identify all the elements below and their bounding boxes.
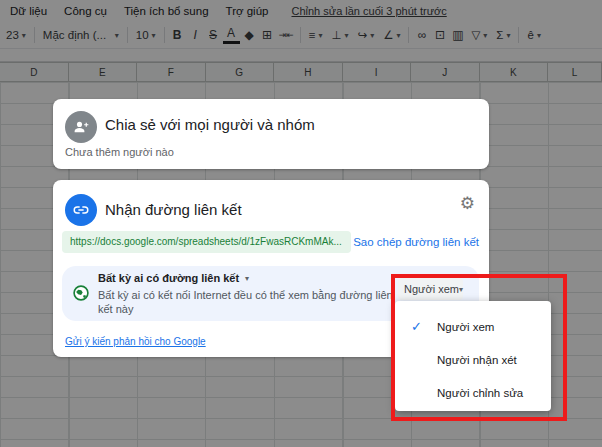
menu-option-commenter[interactable]: Người nhận xét <box>395 343 551 376</box>
copy-link-button[interactable]: Sao chép đường liên kết <box>353 231 479 253</box>
menu-option-editor[interactable]: Người chỉnh sửa <box>395 376 551 409</box>
feedback-link[interactable]: Gửi ý kiến phản hồi cho Google <box>65 336 206 347</box>
role-selector-value: Người xem <box>404 283 459 295</box>
globe-icon <box>72 284 90 302</box>
link-icon <box>65 194 97 226</box>
menu-option-label: Người chỉnh sửa <box>437 387 523 399</box>
role-selector-button[interactable]: Người xem ▾ <box>398 278 463 300</box>
gear-icon[interactable]: ⚙ <box>460 194 475 214</box>
person-add-icon <box>65 111 97 143</box>
link-card-title: Nhận đường liên kết <box>105 201 242 218</box>
menu-option-viewer[interactable]: ✓ Người xem <box>395 310 551 343</box>
check-icon: ✓ <box>411 319 437 334</box>
role-dropdown-menu: ✓ Người xem Người nhận xét Người chỉnh s… <box>395 301 551 411</box>
access-scope-label: Bất kỳ ai có đường liên kết <box>98 272 239 284</box>
share-people-card: Chia sẻ với mọi người và nhóm Chưa thêm … <box>53 99 489 169</box>
menu-option-label: Người xem <box>437 321 494 333</box>
share-card-title: Chia sẻ với mọi người và nhóm <box>105 116 315 133</box>
access-description: Bất kỳ ai có kết nối Internet đều có thể… <box>98 288 396 316</box>
menu-option-label: Người nhận xét <box>437 354 517 366</box>
share-card-subtitle: Chưa thêm người nào <box>65 146 174 158</box>
share-url-field[interactable]: https://docs.google.com/spreadsheets/d/1… <box>62 231 351 253</box>
access-scope-selector[interactable]: Bất kỳ ai có đường liên kết ▾ <box>98 272 249 284</box>
chevron-down-icon: ▾ <box>459 285 463 294</box>
chevron-down-icon: ▾ <box>245 274 249 283</box>
